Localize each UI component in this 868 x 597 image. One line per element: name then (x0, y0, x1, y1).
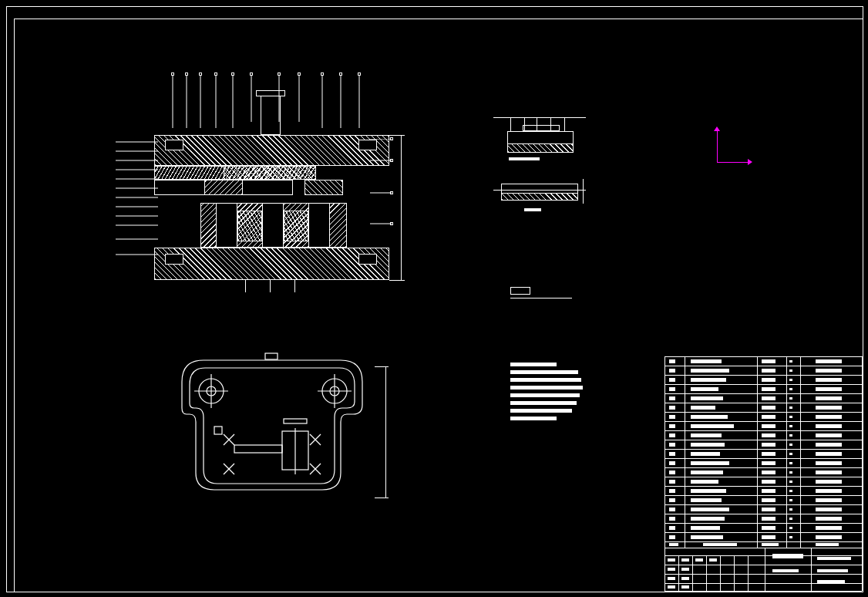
detail-view-1 (493, 117, 586, 164)
balloon (390, 137, 393, 140)
balloon (390, 191, 393, 194)
dim-ext (375, 498, 389, 498)
balloon (339, 73, 342, 76)
balloon (199, 73, 202, 76)
detail-view-2 (493, 179, 586, 218)
balloon (171, 73, 174, 76)
dim-ext (375, 366, 389, 367)
balloon (250, 73, 253, 76)
balloon (298, 73, 301, 76)
bom-table (664, 356, 862, 591)
balloon (390, 222, 393, 225)
balloon (358, 73, 361, 76)
dim-line (385, 366, 386, 498)
leaders-top (146, 68, 409, 130)
leaders-right (370, 139, 401, 239)
balloon (214, 73, 217, 76)
balloon (278, 73, 281, 76)
balloon (185, 73, 188, 76)
svg-rect-46 (214, 427, 222, 434)
detail-view-3 (510, 287, 580, 305)
balloon (231, 73, 234, 76)
balloon (321, 73, 324, 76)
section-view (154, 120, 389, 289)
cad-drawing-canvas (0, 0, 868, 597)
balloon (390, 159, 393, 162)
leaders-left (116, 139, 162, 278)
plan-view (168, 351, 376, 505)
svg-rect-48 (265, 353, 278, 359)
svg-rect-43 (234, 445, 282, 453)
svg-rect-47 (284, 419, 307, 423)
ucs-icon (717, 131, 755, 170)
